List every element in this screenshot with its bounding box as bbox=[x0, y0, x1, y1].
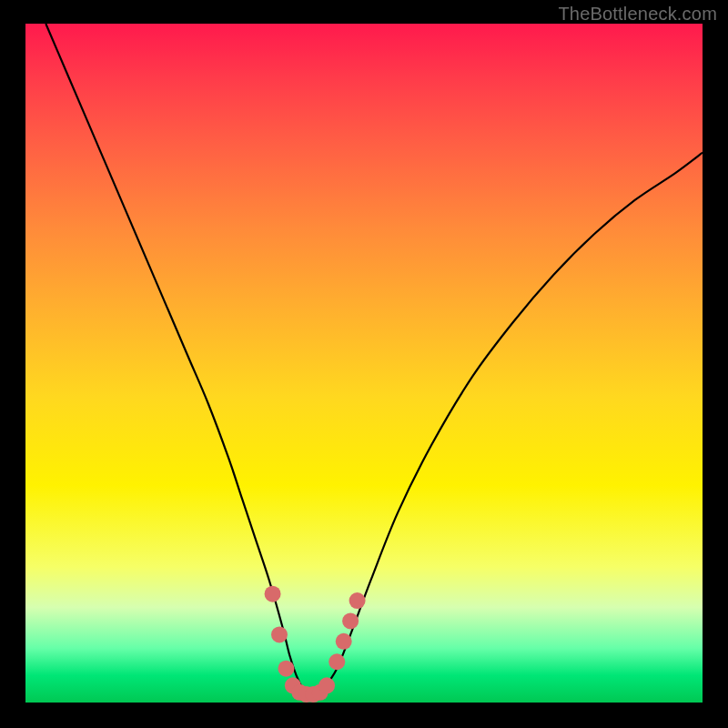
marker-dot bbox=[349, 592, 366, 609]
marker-dot bbox=[278, 661, 294, 677]
marker-dots bbox=[265, 586, 366, 703]
bottleneck-curve bbox=[46, 24, 703, 696]
marker-dot bbox=[336, 633, 352, 650]
chart-frame: TheBottleneck.com bbox=[0, 0, 728, 728]
marker-dot bbox=[265, 586, 281, 602]
marker-dot bbox=[329, 653, 345, 670]
plot-area bbox=[25, 24, 703, 703]
marker-dot bbox=[342, 612, 359, 629]
marker-dot bbox=[271, 626, 288, 642]
chart-svg bbox=[25, 24, 703, 703]
marker-dot bbox=[318, 677, 335, 693]
watermark-text: TheBottleneck.com bbox=[558, 4, 717, 25]
